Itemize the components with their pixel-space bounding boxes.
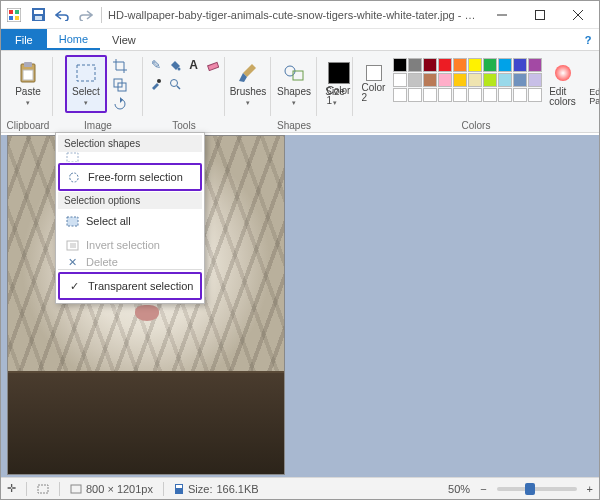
- palette-swatch[interactable]: [528, 88, 542, 102]
- color2-button[interactable]: Color 2: [358, 55, 390, 113]
- palette-swatch[interactable]: [468, 73, 482, 87]
- svg-rect-1: [9, 10, 13, 14]
- clipboard-icon: [16, 61, 40, 85]
- palette-swatch[interactable]: [513, 88, 527, 102]
- zoom-level: 50%: [448, 483, 470, 495]
- svg-rect-4: [15, 16, 19, 20]
- palette-swatch[interactable]: [513, 73, 527, 87]
- magnifier-icon[interactable]: [166, 75, 184, 93]
- menu-bar: File Home View ?: [1, 29, 599, 51]
- invert-icon: [64, 237, 80, 253]
- color-palette[interactable]: [393, 58, 542, 102]
- checkmark-icon: ✓: [66, 278, 82, 294]
- freeform-selection-item[interactable]: Free-form selection: [60, 165, 200, 189]
- palette-swatch[interactable]: [453, 58, 467, 72]
- zoom-slider[interactable]: [497, 487, 577, 491]
- svg-point-21: [170, 80, 177, 87]
- shapes-button[interactable]: Shapes ▾: [273, 53, 315, 115]
- palette-swatch[interactable]: [498, 88, 512, 102]
- palette-swatch[interactable]: [393, 58, 407, 72]
- shapes-icon: [282, 61, 306, 85]
- brushes-button[interactable]: Brushes ▾: [227, 53, 269, 115]
- transparent-selection-item[interactable]: ✓ Transparent selection: [60, 274, 200, 298]
- color1-button[interactable]: Color 1: [323, 55, 355, 113]
- resize-icon[interactable]: [109, 76, 131, 94]
- select-button[interactable]: Select ▾: [65, 55, 107, 113]
- svg-point-20: [157, 79, 161, 83]
- palette-swatch[interactable]: [453, 73, 467, 87]
- svg-rect-2: [15, 10, 19, 14]
- view-tab[interactable]: View: [100, 29, 148, 50]
- palette-swatch[interactable]: [408, 88, 422, 102]
- edit-colors-button[interactable]: Edit colors: [545, 55, 581, 113]
- maximize-button[interactable]: [521, 1, 559, 29]
- palette-swatch[interactable]: [408, 58, 422, 72]
- picker-icon[interactable]: [147, 75, 165, 93]
- svg-line-22: [177, 86, 180, 89]
- file-size: Size:166.1KB: [174, 483, 259, 495]
- delete-icon: ✕: [64, 257, 80, 267]
- rotate-icon[interactable]: [109, 95, 131, 113]
- invert-selection-item: Invert selection: [58, 233, 202, 257]
- select-all-item[interactable]: Select all: [58, 209, 202, 233]
- dropdown-header-shapes: Selection shapes: [58, 135, 202, 152]
- cursor-pos: ✛: [7, 482, 16, 495]
- palette-swatch[interactable]: [468, 58, 482, 72]
- crop-icon[interactable]: [109, 57, 131, 75]
- rect-select-icon: [64, 152, 80, 162]
- palette-swatch[interactable]: [423, 73, 437, 87]
- palette-swatch[interactable]: [468, 88, 482, 102]
- paste-button[interactable]: Paste ▾: [7, 53, 49, 115]
- rectangular-selection-item[interactable]: [58, 152, 202, 162]
- paint3d-button[interactable]: Edit with Paint 3D: [584, 55, 601, 113]
- palette-swatch[interactable]: [438, 73, 452, 87]
- undo-icon[interactable]: [51, 4, 73, 26]
- palette-swatch[interactable]: [453, 88, 467, 102]
- palette-swatch[interactable]: [528, 58, 542, 72]
- palette-swatch[interactable]: [498, 73, 512, 87]
- text-icon[interactable]: A: [185, 56, 203, 74]
- palette-swatch[interactable]: [423, 58, 437, 72]
- palette-swatch[interactable]: [438, 58, 452, 72]
- palette-swatch[interactable]: [483, 73, 497, 87]
- palette-swatch[interactable]: [393, 73, 407, 87]
- colors-group: Color 1 Color 2 Edit colors Edit with Pa…: [353, 53, 599, 132]
- color1-swatch: [328, 62, 350, 84]
- minimize-button[interactable]: [483, 1, 521, 29]
- palette-swatch[interactable]: [483, 58, 497, 72]
- palette-swatch[interactable]: [438, 88, 452, 102]
- ribbon: Paste ▾ Clipboard Select ▾ Image ✎ A: [1, 51, 599, 133]
- palette-swatch[interactable]: [393, 88, 407, 102]
- svg-rect-3: [9, 16, 13, 20]
- brush-icon: [236, 61, 260, 85]
- svg-rect-9: [536, 10, 545, 19]
- palette-swatch[interactable]: [528, 73, 542, 87]
- home-tab[interactable]: Home: [47, 29, 100, 50]
- transparent-highlight: ✓ Transparent selection: [58, 272, 202, 300]
- fill-icon[interactable]: [166, 56, 184, 74]
- help-icon[interactable]: ?: [577, 29, 599, 50]
- brushes-group: Brushes ▾: [225, 53, 271, 132]
- eraser-icon[interactable]: [204, 56, 222, 74]
- palette-swatch[interactable]: [423, 88, 437, 102]
- pencil-icon[interactable]: ✎: [147, 56, 165, 74]
- redo-icon[interactable]: [75, 4, 97, 26]
- zoom-in-button[interactable]: +: [587, 483, 593, 495]
- title-bar: HD-wallpaper-baby-tiger-animals-cute-sno…: [1, 1, 599, 29]
- freeform-icon: [66, 169, 82, 185]
- cursor-icon: ✛: [7, 482, 16, 495]
- clipboard-group: Paste ▾ Clipboard: [3, 53, 53, 132]
- palette-swatch[interactable]: [408, 73, 422, 87]
- close-button[interactable]: [559, 1, 597, 29]
- save-icon[interactable]: [27, 4, 49, 26]
- file-tab[interactable]: File: [1, 29, 47, 50]
- zoom-out-button[interactable]: −: [480, 483, 486, 495]
- palette-swatch[interactable]: [483, 88, 497, 102]
- select-all-icon: [64, 213, 80, 229]
- quick-access-toolbar: [3, 4, 104, 26]
- palette-swatch[interactable]: [513, 58, 527, 72]
- freeform-highlight: Free-form selection: [58, 163, 202, 191]
- selection-size: [37, 484, 49, 494]
- palette-swatch[interactable]: [498, 58, 512, 72]
- svg-rect-19: [207, 62, 218, 70]
